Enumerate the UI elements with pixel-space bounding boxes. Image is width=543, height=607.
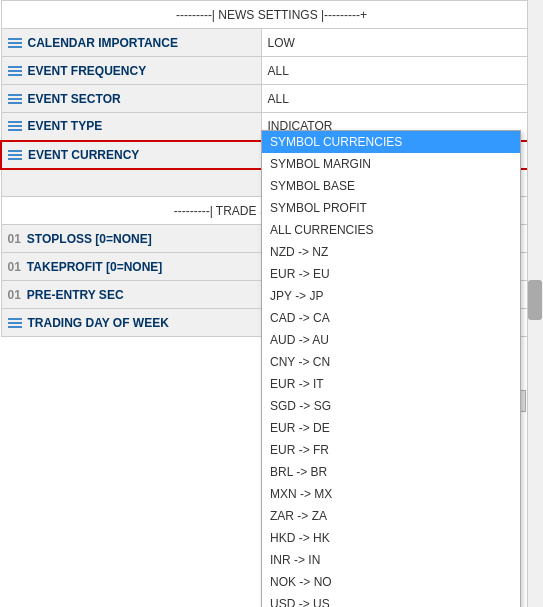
- dropdown-item[interactable]: NOK -> NO: [262, 571, 520, 593]
- news-settings-header-row: ---------| NEWS SETTINGS |---------+: [1, 1, 542, 29]
- spacer-left: [1, 169, 261, 197]
- dropdown-item[interactable]: USD -> US: [262, 593, 520, 607]
- dropdown-item[interactable]: BRL -> BR: [262, 461, 520, 483]
- dropdown-item[interactable]: EUR -> EU: [262, 263, 520, 285]
- event-sector-label: EVENT SECTOR: [1, 85, 261, 113]
- dropdown-item[interactable]: EUR -> FR: [262, 439, 520, 461]
- dropdown-item[interactable]: HKD -> HK: [262, 527, 520, 549]
- stoploss-label: 01 STOPLOSS [0=NONE]: [1, 225, 261, 253]
- dropdown-item[interactable]: JPY -> JP: [262, 285, 520, 307]
- dropdown-item[interactable]: EUR -> DE: [262, 417, 520, 439]
- event-frequency-row: EVENT FREQUENCY ALL: [1, 57, 542, 85]
- calendar-importance-label: CALENDAR IMPORTANCE: [1, 29, 261, 57]
- dropdown-item[interactable]: SYMBOL CURRENCIES: [262, 131, 520, 153]
- event-type-label: EVENT TYPE: [1, 113, 261, 141]
- dropdown-item[interactable]: SYMBOL BASE: [262, 175, 520, 197]
- event-sector-icon: [8, 92, 22, 106]
- currency-dropdown[interactable]: SYMBOL CURRENCIESSYMBOL MARGINSYMBOL BAS…: [261, 130, 521, 607]
- dropdown-item[interactable]: MXN -> MX: [262, 483, 520, 505]
- calendar-importance-value[interactable]: LOW: [261, 29, 542, 57]
- event-frequency-value[interactable]: ALL: [261, 57, 542, 85]
- dropdown-item[interactable]: ALL CURRENCIES: [262, 219, 520, 241]
- event-frequency-icon: [8, 64, 22, 78]
- event-type-icon: [8, 119, 22, 133]
- event-frequency-label: EVENT FREQUENCY: [1, 57, 261, 85]
- preentry-label: 01 PRE-ENTRY SEC: [1, 281, 261, 309]
- event-currency-label: EVENT CURRENCY: [1, 141, 261, 169]
- event-currency-icon: [8, 148, 22, 162]
- dropdown-item[interactable]: INR -> IN: [262, 549, 520, 571]
- news-settings-header: ---------| NEWS SETTINGS |---------+: [1, 1, 542, 29]
- dropdown-item[interactable]: SGD -> SG: [262, 395, 520, 417]
- takeprofit-label: 01 TAKEPROFIT [0=NONE]: [1, 253, 261, 281]
- trading-day-icon: [8, 316, 22, 330]
- dropdown-item[interactable]: AUD -> AU: [262, 329, 520, 351]
- scrollbar-thumb[interactable]: [528, 280, 542, 320]
- dropdown-item[interactable]: CNY -> CN: [262, 351, 520, 373]
- dropdown-item[interactable]: ZAR -> ZA: [262, 505, 520, 527]
- dropdown-item[interactable]: CAD -> CA: [262, 307, 520, 329]
- scrollbar-track[interactable]: [527, 0, 543, 607]
- calendar-importance-row: CALENDAR IMPORTANCE LOW: [1, 29, 542, 57]
- dropdown-item[interactable]: SYMBOL MARGIN: [262, 153, 520, 175]
- trading-day-label: TRADING DAY OF WEEK: [1, 309, 261, 337]
- event-sector-row: EVENT SECTOR ALL: [1, 85, 542, 113]
- dropdown-item[interactable]: SYMBOL PROFIT: [262, 197, 520, 219]
- dropdown-item[interactable]: NZD -> NZ: [262, 241, 520, 263]
- calendar-importance-icon: [8, 36, 22, 50]
- event-sector-value[interactable]: ALL: [261, 85, 542, 113]
- main-container: ---------| NEWS SETTINGS |---------+ CAL…: [0, 0, 543, 607]
- dropdown-item[interactable]: EUR -> IT: [262, 373, 520, 395]
